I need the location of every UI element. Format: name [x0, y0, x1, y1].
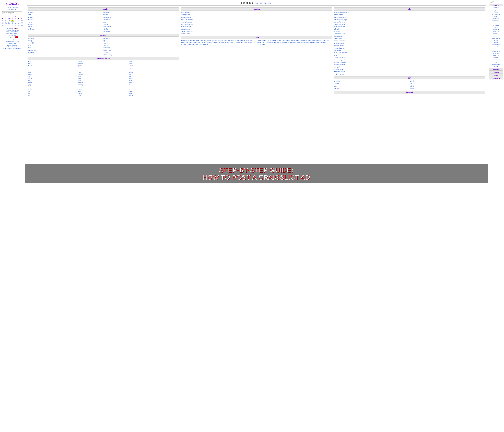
nearby-flagstaff[interactable]: flagstaff — [489, 9, 503, 11]
fs-beauty[interactable]: beauty+hlth — [237, 40, 245, 41]
job-accounting[interactable]: accounting+finance — [334, 11, 485, 14]
community-classes[interactable]: classes — [27, 18, 103, 21]
forum-celebs[interactable]: celebs — [27, 73, 78, 75]
community-events[interactable]: events — [27, 21, 103, 23]
cal-day[interactable]: 1 — [14, 23, 17, 25]
nearby-modesto[interactable]: modesto — [489, 28, 503, 31]
forum-science[interactable]: science — [129, 75, 179, 78]
job-humanresources[interactable]: human resources — [334, 40, 485, 42]
community-missed[interactable]: missed — [103, 14, 179, 16]
forum-arts[interactable]: arts — [27, 63, 78, 65]
us-cities-header[interactable]: us cities — [489, 68, 503, 70]
cal-day[interactable]: 24 — [14, 21, 17, 23]
cal-day[interactable]: 4 — [1, 25, 4, 26]
job-skilledtrade[interactable]: skilled trade / craft — [334, 56, 485, 59]
nearby-prescott[interactable]: prescott — [489, 42, 503, 44]
forum-dying[interactable]: dying — [27, 84, 78, 86]
forum-feedbk[interactable]: feedbk — [27, 88, 78, 90]
fs-books[interactable]: books — [197, 41, 201, 43]
job-legal[interactable]: legal / paralegal — [334, 42, 485, 44]
cal-day[interactable]: 8 — [14, 25, 17, 26]
svc-farm[interactable]: farm+garden — [27, 49, 103, 52]
forum-help[interactable]: help — [78, 69, 128, 71]
svc-legal[interactable]: legal — [103, 40, 179, 42]
forum-spirit[interactable]: spirit — [129, 78, 179, 80]
community-connections[interactable]: connections — [103, 16, 179, 18]
fs-computers[interactable]: computers — [192, 43, 199, 45]
canada-header[interactable]: canada — [489, 74, 503, 77]
forum-cosmos[interactable]: cosmos — [27, 78, 78, 80]
housing-office[interactable]: office / commercial — [181, 18, 332, 21]
community-general[interactable]: general — [27, 23, 103, 26]
logo[interactable]: craigslist — [1, 1, 23, 5]
housing-wanted[interactable]: housing wanted — [181, 16, 332, 18]
cal-day[interactable]: 29 — [8, 23, 11, 25]
cal-day[interactable]: 25 — [17, 21, 20, 23]
job-etc[interactable]: etc / misc — [334, 30, 485, 33]
tag-ssd[interactable]: ssd — [268, 2, 271, 4]
create-posting-link[interactable]: create a posting — [1, 6, 23, 8]
job-art[interactable]: art / media / design — [334, 18, 485, 21]
job-medical[interactable]: medical / health — [334, 45, 485, 47]
nearby-show-low[interactable]: show low — [489, 54, 503, 57]
privacy-link[interactable]: privacy policy new — [1, 36, 23, 38]
fs-photo[interactable]: photo+video — [265, 41, 274, 43]
job-salon[interactable]: salon / spa / fitness — [334, 52, 485, 54]
nearby-monterey[interactable]: monterey — [489, 33, 503, 35]
fs-atv[interactable]: atv/utv/sno — [203, 40, 211, 41]
job-software[interactable]: software / qa / dba — [334, 59, 485, 61]
forum-recover[interactable]: recover — [129, 69, 179, 71]
cal-day[interactable]: 22 — [8, 21, 11, 23]
nearby-mohave[interactable]: mohave co — [489, 31, 503, 33]
us-states-header[interactable]: us states — [489, 71, 503, 74]
cal-day[interactable]: 23 — [11, 21, 14, 23]
nearby-merced[interactable]: merced — [489, 26, 503, 28]
fs-bikes[interactable]: bikes — [181, 41, 185, 43]
forum-housing[interactable]: housing — [78, 73, 128, 75]
cal-day[interactable]: 7 — [11, 25, 14, 26]
housing-vacation[interactable]: vacation rentals — [181, 33, 332, 35]
job-generallabor[interactable]: general labor — [334, 35, 485, 37]
forum-photo[interactable]: photo — [129, 63, 179, 65]
forum-marriage[interactable]: marriage — [78, 84, 128, 86]
forum-atheist[interactable]: atheist — [27, 65, 78, 67]
housing-apts[interactable]: apts / housing — [181, 11, 332, 14]
forum-manners[interactable]: manners — [78, 82, 128, 84]
job-education[interactable]: education — [334, 28, 485, 30]
housing-realestate[interactable]: real estate for sale — [181, 23, 332, 26]
forum-sports[interactable]: sports — [129, 80, 179, 82]
gig-labor[interactable]: labor — [410, 82, 485, 85]
forum-divorce[interactable]: divorce — [27, 82, 78, 84]
fs-sporting[interactable]: sporting — [282, 41, 288, 43]
fs-business[interactable]: business — [202, 41, 208, 43]
gig-computer[interactable]: computer — [334, 80, 409, 82]
cl-worldwide-header[interactable]: cl worldwide — [489, 77, 503, 79]
fs-jewelry[interactable]: jewelry — [308, 40, 313, 41]
nearby-phoenix[interactable]: phoenix — [489, 39, 503, 42]
gig-crew[interactable]: crew — [334, 85, 409, 87]
terms-link[interactable]: terms of use — [1, 35, 23, 36]
forum-super[interactable]: super — [129, 82, 179, 84]
fs-wheels[interactable]: wheels+tires — [257, 43, 266, 45]
cal-day[interactable]: 3 — [20, 23, 23, 25]
nearby-stockton[interactable]: stockton — [489, 57, 503, 59]
fs-autoparts[interactable]: auto parts — [212, 40, 219, 41]
job-nonprofit[interactable]: nonprofit sector — [334, 47, 485, 49]
fs-heavyequip[interactable]: heavy equip — [291, 40, 299, 41]
fs-cellphones[interactable]: cell phones — [226, 41, 234, 43]
job-realestate[interactable]: real estate — [334, 49, 485, 52]
nearby-santa-barbara[interactable]: santa barbara — [489, 48, 503, 50]
fs-trailers[interactable]: trailers — [306, 41, 311, 43]
forum-garden[interactable]: garden — [78, 65, 128, 67]
fs-musicinstr[interactable]: music instr — [257, 41, 265, 43]
philanthropy-link[interactable]: craig newmark philanthropies — [1, 48, 23, 49]
community-activities[interactable]: activities — [27, 11, 103, 14]
community-childcare[interactable]: childcare — [27, 16, 103, 18]
job-tv[interactable]: tv / film / video — [334, 68, 485, 71]
fs-barter[interactable]: barter — [232, 40, 236, 41]
forum-jobs[interactable]: jobs — [78, 75, 128, 78]
avoid-scams-link[interactable]: avoid scams & fraud — [1, 31, 23, 33]
fs-toys[interactable]: toys+games — [297, 41, 306, 43]
housing-rooms-wanted[interactable]: rooms wanted — [181, 28, 332, 30]
fs-rvs[interactable]: rvs+camp — [274, 41, 281, 43]
